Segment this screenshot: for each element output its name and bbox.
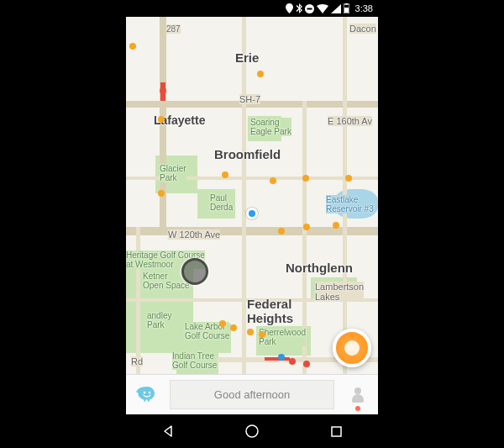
bluetooth-icon: [296, 3, 302, 13]
park-area: [248, 116, 281, 141]
park-area: [311, 277, 357, 298]
map-marker-orange[interactable]: [345, 175, 352, 182]
map-marker-orange[interactable]: [257, 71, 264, 77]
park-area: [197, 189, 235, 219]
map-marker-orange[interactable]: [158, 190, 165, 197]
person-icon: [350, 387, 365, 403]
wifi-icon: [317, 4, 328, 13]
map-marker-blue[interactable]: [278, 354, 285, 361]
signal-icon: [331, 4, 341, 13]
location-icon: [286, 3, 293, 13]
map-marker-orange[interactable]: [303, 224, 310, 230]
road-line: [343, 17, 347, 374]
map-marker-orange[interactable]: [278, 228, 285, 235]
road-label-e160th: E 160th Av: [328, 116, 372, 126]
home-button[interactable]: [244, 423, 260, 440]
road-label-287: 287: [166, 24, 181, 34]
road-line: [242, 17, 246, 374]
map-marker-orange[interactable]: [270, 177, 276, 184]
svg-rect-3: [345, 3, 348, 5]
recent-apps-button[interactable]: [328, 423, 344, 440]
water-area: [334, 189, 378, 219]
map-marker-red[interactable]: [303, 361, 310, 367]
map-marker-orange[interactable]: [129, 43, 136, 50]
waze-icon: [135, 385, 157, 405]
water-area: [197, 328, 214, 340]
svg-point-6: [149, 391, 151, 393]
map-marker-red[interactable]: [289, 358, 296, 365]
svg-rect-8: [332, 427, 341, 436]
compass-button[interactable]: [181, 258, 208, 285]
svg-rect-1: [307, 8, 312, 9]
battery-icon: [344, 3, 349, 13]
svg-point-5: [144, 391, 146, 393]
map-viewport[interactable]: Erie Lafayette Broomfield Northglenn Fed…: [126, 17, 378, 374]
map-marker-orange[interactable]: [230, 324, 237, 331]
bottom-bar: Good afternoon: [126, 374, 378, 414]
dnd-icon: [305, 4, 314, 13]
speech-bubble-icon: [344, 340, 360, 356]
report-button[interactable]: [333, 329, 371, 367]
park-area: [176, 353, 218, 374]
map-marker-orange[interactable]: [247, 329, 254, 335]
status-bar: 3:38: [126, 0, 378, 17]
map-marker-orange[interactable]: [302, 175, 309, 182]
road-label-dacon: Dacon: [349, 24, 376, 34]
road-line: [126, 298, 378, 302]
traffic-red: [265, 357, 290, 361]
map-marker-orange[interactable]: [259, 331, 265, 338]
android-nav-bar: [126, 414, 378, 448]
map-marker-red[interactable]: [160, 87, 166, 94]
waze-logo-button[interactable]: [126, 375, 166, 414]
phone-frame: 3:38 Erie Lafayette Broomfield: [126, 0, 378, 448]
svg-point-7: [246, 425, 258, 437]
back-button[interactable]: [160, 423, 176, 440]
map-marker-orange[interactable]: [219, 320, 226, 327]
current-location-dot: [246, 208, 258, 219]
search-greeting: Good afternoon: [214, 388, 290, 401]
road-line: [160, 17, 166, 235]
search-box[interactable]: Good afternoon: [170, 380, 334, 409]
status-time: 3:38: [355, 3, 373, 13]
city-label-erie: Erie: [235, 50, 259, 65]
notification-dot: [355, 406, 360, 411]
map-marker-orange[interactable]: [222, 171, 228, 178]
map-marker-orange[interactable]: [333, 222, 339, 229]
road-line: [302, 101, 307, 374]
map-marker-orange[interactable]: [158, 116, 165, 123]
road-line: [136, 227, 140, 374]
svg-rect-4: [344, 8, 349, 13]
profile-button[interactable]: [338, 375, 378, 414]
city-label-broomfield: Broomfield: [214, 147, 281, 161]
